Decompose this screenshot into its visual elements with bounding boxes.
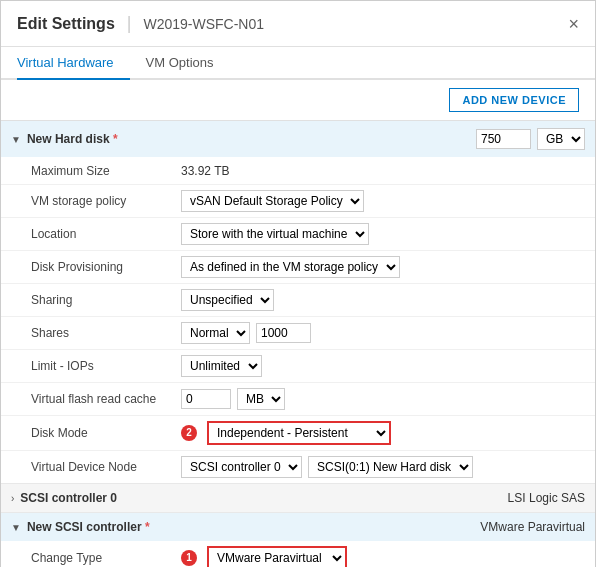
section-header-scsi-controller[interactable]: › SCSI controller 0 LSI Logic SAS <box>1 484 595 512</box>
shares-select[interactable]: Normal <box>181 322 250 344</box>
dialog-vm-name: W2019-WSFC-N01 <box>143 16 264 32</box>
row-disk-mode: Disk Mode 2 Independent - Persistent Dep… <box>1 416 595 451</box>
label-shares: Shares <box>31 326 181 340</box>
limit-iops-select[interactable]: Unlimited <box>181 355 262 377</box>
section-new-hard-disk: ▼ New Hard disk * GBTBMB Maximum Size 33… <box>1 121 595 484</box>
row-disk-provisioning: Disk Provisioning As defined in the VM s… <box>1 251 595 284</box>
chevron-icon-scsi: › <box>11 493 14 504</box>
tab-virtual-hardware[interactable]: Virtual Hardware <box>17 47 130 80</box>
tabs-bar: Virtual Hardware VM Options <box>1 47 595 80</box>
row-virtual-flash: Virtual flash read cache MB <box>1 383 595 416</box>
section-title-new-scsi: New SCSI controller * <box>27 520 480 534</box>
section-title-hard-disk: New Hard disk * <box>27 132 476 146</box>
dialog-separator: | <box>127 13 132 34</box>
scsi-controller-value: LSI Logic SAS <box>508 491 585 505</box>
change-type-select[interactable]: VMware Paravirtual LSI Logic SAS LSI Log… <box>207 546 347 567</box>
section-header-new-scsi[interactable]: ▼ New SCSI controller * VMware Paravirtu… <box>1 513 595 541</box>
row-maximum-size: Maximum Size 33.92 TB <box>1 157 595 185</box>
device-node-controller-select[interactable]: SCSI controller 0 <box>181 456 302 478</box>
label-disk-provisioning: Disk Provisioning <box>31 260 181 274</box>
label-sharing: Sharing <box>31 293 181 307</box>
new-scsi-value: VMware Paravirtual <box>480 520 585 534</box>
section-header-hard-disk[interactable]: ▼ New Hard disk * GBTBMB <box>1 121 595 157</box>
value-sharing: Unspecified <box>181 289 585 311</box>
label-vm-storage-policy: VM storage policy <box>31 194 181 208</box>
label-change-type: Change Type <box>31 551 181 565</box>
chevron-icon: ▼ <box>11 134 21 145</box>
add-new-device-button[interactable]: ADD NEW DEVICE <box>449 88 579 112</box>
disk-mode-select[interactable]: Independent - Persistent Dependent Indep… <box>207 421 391 445</box>
dialog-header: Edit Settings | W2019-WSFC-N01 × <box>1 1 595 47</box>
sharing-select[interactable]: Unspecified <box>181 289 274 311</box>
row-virtual-device-node: Virtual Device Node SCSI controller 0 SC… <box>1 451 595 483</box>
value-change-type: 1 VMware Paravirtual LSI Logic SAS LSI L… <box>181 546 585 567</box>
content-area: ▼ New Hard disk * GBTBMB Maximum Size 33… <box>1 121 595 567</box>
value-location: Store with the virtual machine <box>181 223 585 245</box>
disk-provisioning-select[interactable]: As defined in the VM storage policy <box>181 256 400 278</box>
value-disk-provisioning: As defined in the VM storage policy <box>181 256 585 278</box>
virtual-flash-input[interactable] <box>181 389 231 409</box>
label-location: Location <box>31 227 181 241</box>
hard-disk-unit-select[interactable]: GBTBMB <box>537 128 585 150</box>
label-disk-mode: Disk Mode <box>31 426 181 440</box>
badge-2: 2 <box>181 425 197 441</box>
section-scsi-controller: › SCSI controller 0 LSI Logic SAS <box>1 484 595 513</box>
label-limit-iops: Limit - IOPs <box>31 359 181 373</box>
row-vm-storage-policy: VM storage policy vSAN Default Storage P… <box>1 185 595 218</box>
label-maximum-size: Maximum Size <box>31 164 181 178</box>
value-virtual-device-node: SCSI controller 0 SCSI(0:1) New Hard dis… <box>181 456 585 478</box>
row-change-type: Change Type 1 VMware Paravirtual LSI Log… <box>1 541 595 567</box>
hard-disk-size-value: GBTBMB <box>476 128 585 150</box>
value-virtual-flash: MB <box>181 388 585 410</box>
dialog-title: Edit Settings <box>17 15 115 33</box>
row-location: Location Store with the virtual machine <box>1 218 595 251</box>
virtual-flash-unit-select[interactable]: MB <box>237 388 285 410</box>
edit-settings-dialog: Edit Settings | W2019-WSFC-N01 × Virtual… <box>0 0 596 567</box>
value-vm-storage-policy: vSAN Default Storage Policy <box>181 190 585 212</box>
section-new-scsi-controller: ▼ New SCSI controller * VMware Paravirtu… <box>1 513 595 567</box>
close-button[interactable]: × <box>568 15 579 33</box>
value-shares: Normal <box>181 322 585 344</box>
row-shares: Shares Normal <box>1 317 595 350</box>
hard-disk-size-input[interactable] <box>476 129 531 149</box>
value-disk-mode: 2 Independent - Persistent Dependent Ind… <box>181 421 585 445</box>
vm-storage-policy-select[interactable]: vSAN Default Storage Policy <box>181 190 364 212</box>
chevron-icon-new-scsi: ▼ <box>11 522 21 533</box>
row-limit-iops: Limit - IOPs Unlimited <box>1 350 595 383</box>
value-maximum-size: 33.92 TB <box>181 164 585 178</box>
badge-1: 1 <box>181 550 197 566</box>
toolbar: ADD NEW DEVICE <box>1 80 595 121</box>
section-title-scsi-controller: SCSI controller 0 <box>20 491 507 505</box>
value-limit-iops: Unlimited <box>181 355 585 377</box>
device-node-disk-select[interactable]: SCSI(0:1) New Hard disk <box>308 456 473 478</box>
label-virtual-flash: Virtual flash read cache <box>31 392 181 406</box>
label-virtual-device-node: Virtual Device Node <box>31 460 181 474</box>
row-sharing: Sharing Unspecified <box>1 284 595 317</box>
location-select[interactable]: Store with the virtual machine <box>181 223 369 245</box>
shares-input[interactable] <box>256 323 311 343</box>
tab-vm-options[interactable]: VM Options <box>146 47 230 80</box>
